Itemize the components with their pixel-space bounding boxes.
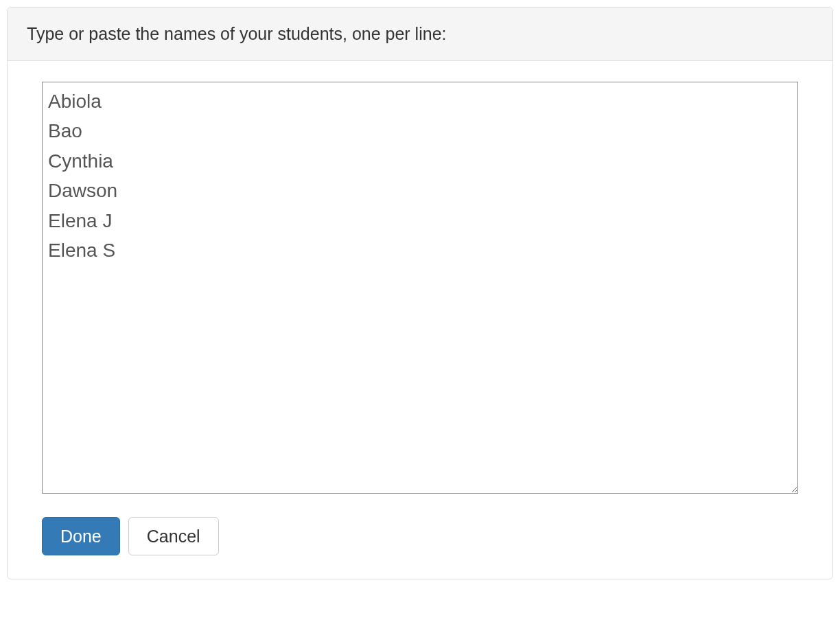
panel-title: Type or paste the names of your students… bbox=[8, 8, 832, 61]
cancel-button[interactable]: Cancel bbox=[128, 517, 219, 555]
button-row: Done Cancel bbox=[42, 517, 798, 555]
panel-body: Done Cancel bbox=[8, 61, 832, 579]
student-names-panel: Type or paste the names of your students… bbox=[7, 7, 833, 579]
done-button[interactable]: Done bbox=[42, 517, 120, 555]
student-names-textarea[interactable] bbox=[42, 82, 798, 494]
